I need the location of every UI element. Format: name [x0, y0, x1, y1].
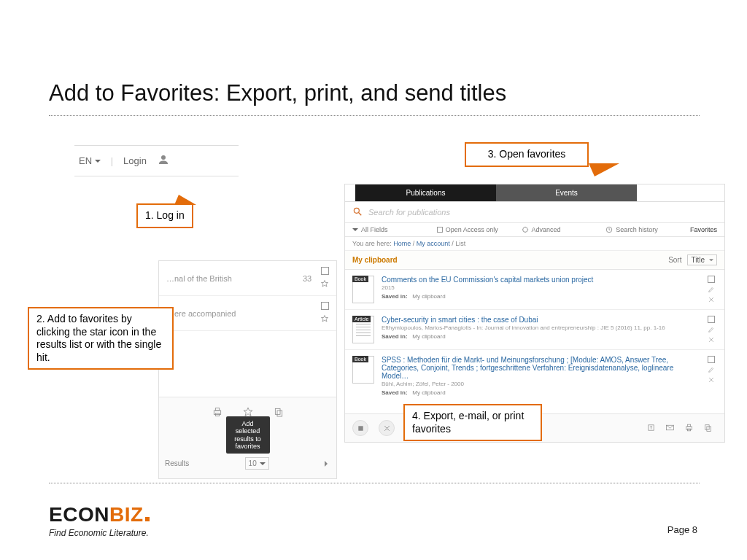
login-strip: EN | Login [74, 145, 239, 176]
deselect-button[interactable] [379, 420, 395, 436]
page-number: Page 8 [667, 524, 697, 535]
result-row[interactable]: …ere accompanied [159, 296, 336, 331]
app-tabs: Publications Events [345, 184, 724, 202]
close-icon[interactable] [708, 336, 715, 343]
record-thumb: Book [352, 356, 374, 384]
record-sub: 2015 [382, 284, 698, 291]
record-title[interactable]: SPSS : Methoden für die Markt- und Meinu… [382, 356, 698, 380]
tooltip: Add selected results to favorites [226, 416, 270, 454]
svg-rect-1 [215, 408, 219, 411]
record-row[interactable]: Book SPSS : Methoden für die Markt- und … [345, 350, 724, 402]
search-icon[interactable] [352, 206, 363, 218]
filter-advanced[interactable]: Advanced [522, 226, 606, 233]
result-row[interactable]: …nal of the British 33 [159, 261, 336, 296]
record-row[interactable]: Article Cyber-security in smart cities :… [345, 310, 724, 350]
close-icon[interactable] [708, 296, 715, 303]
edit-icon[interactable] [708, 326, 715, 333]
type-badge: Article [352, 316, 371, 322]
callout-export: 4. Export, e-mail, or print favorites [403, 404, 542, 441]
per-page-select[interactable]: 10 [245, 457, 269, 470]
svg-point-7 [522, 228, 527, 233]
record-sub: Bühl, Achim; Zöfel, Peter - 2000 [382, 381, 698, 387]
record-title[interactable]: Comments on the EU Commission's capital … [382, 276, 698, 284]
callout3-pointer [589, 163, 619, 176]
sort-label: Sort [668, 256, 681, 264]
logo-text-b: BIZ [109, 503, 144, 526]
svg-rect-12 [687, 424, 690, 427]
tab-events[interactable]: Events [496, 184, 637, 201]
clipboard-title: My clipboard [352, 256, 398, 264]
star-icon[interactable] [320, 279, 329, 289]
logo: ECONBIZ Find Economic Literature. [49, 503, 150, 538]
result-title: …nal of the British [166, 274, 303, 283]
breadcrumb-current: List [455, 240, 465, 247]
print-icon[interactable] [212, 406, 223, 419]
callout-add-favorites: 2. Add to favorites by clicking the star… [28, 307, 174, 370]
sort-select[interactable]: Title [687, 254, 717, 265]
checkbox[interactable] [321, 302, 329, 310]
svg-point-5 [354, 208, 359, 213]
checkbox[interactable] [708, 316, 715, 323]
svg-rect-14 [705, 424, 708, 429]
filter-open-access[interactable]: Open Access only [437, 226, 522, 233]
logo-square-icon [145, 517, 150, 521]
result-title: …ere accompanied [166, 309, 303, 318]
breadcrumb: You are here: Home / My account / List [345, 237, 724, 251]
copy-icon[interactable] [698, 423, 717, 434]
select-all-button[interactable] [352, 420, 368, 436]
record-thumb: Article [352, 316, 374, 343]
search-bar: Search for publications [345, 202, 724, 223]
type-badge: Book [352, 356, 368, 362]
star-icon[interactable] [320, 314, 329, 324]
user-icon[interactable] [157, 153, 170, 168]
chevron-down-icon [95, 160, 101, 166]
chevron-down-icon [352, 228, 358, 234]
svg-rect-9 [358, 426, 363, 430]
divider-bottom [49, 483, 700, 483]
svg-rect-15 [706, 426, 710, 431]
results-label: Results [165, 459, 189, 467]
login-link[interactable]: Login [123, 155, 147, 166]
next-page-icon[interactable] [325, 461, 330, 467]
search-input[interactable]: Search for publications [368, 208, 450, 217]
tagline: Find Economic Literature. [49, 528, 150, 538]
svg-line-6 [359, 213, 362, 216]
checkbox[interactable] [708, 356, 715, 363]
checkbox [437, 227, 443, 233]
record-title[interactable]: Cyber-security in smart cities : the cas… [382, 316, 698, 324]
type-badge: Book [352, 276, 368, 282]
svg-rect-0 [214, 411, 220, 414]
slide-title: Add to Favorites: Export, print, and sen… [49, 80, 700, 114]
svg-rect-3 [275, 408, 280, 414]
copy-icon[interactable] [273, 406, 285, 419]
filter-bar: All Fields Open Access only Advanced Sea… [345, 223, 724, 237]
edit-icon[interactable] [708, 286, 715, 293]
tab-publications[interactable]: Publications [355, 184, 496, 201]
record-sub: Efthymiopoulos, Marios-Panagiotis - In: … [382, 324, 698, 331]
lang-selector[interactable]: EN [79, 155, 101, 166]
results-panel: …nal of the British 33 …ere accompanied [158, 260, 337, 479]
close-icon[interactable] [708, 376, 715, 384]
checkbox[interactable] [708, 276, 715, 283]
checkbox[interactable] [321, 267, 329, 275]
record-row[interactable]: Book Comments on the EU Commission's cap… [345, 270, 724, 310]
svg-rect-11 [686, 426, 692, 429]
mail-icon[interactable] [660, 423, 679, 434]
svg-rect-4 [277, 411, 282, 416]
print-icon[interactable] [679, 423, 698, 434]
filter-allfields[interactable]: All Fields [352, 226, 437, 233]
export-icon[interactable] [641, 423, 660, 434]
results-toolbar: Add selected results to favorites Result… [159, 397, 336, 478]
breadcrumb-account[interactable]: My account [417, 240, 450, 247]
callout-log-in: 1. Log in [136, 203, 193, 228]
filter-history[interactable]: Search history [605, 226, 690, 233]
logo-text-a: ECON [49, 503, 109, 526]
callout-open-favorites: 3. Open favorites [465, 142, 589, 167]
result-count: 33 [303, 274, 320, 283]
edit-icon[interactable] [708, 366, 715, 373]
chevron-down-icon [260, 462, 266, 468]
filter-favorites[interactable]: Favorites [690, 226, 717, 233]
record-thumb: Book [352, 276, 374, 303]
breadcrumb-home[interactable]: Home [393, 240, 411, 247]
